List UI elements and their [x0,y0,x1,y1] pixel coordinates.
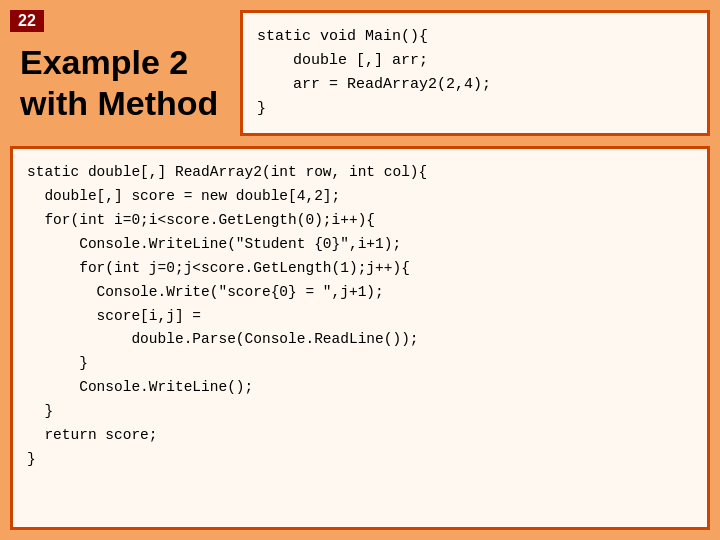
bottom-code-block: static double[,] ReadArray2(int row, int… [10,146,710,530]
title-area: 22 Example 2 with Method [10,10,230,136]
top-section: 22 Example 2 with Method static void Mai… [0,0,720,136]
slide-number: 22 [10,10,44,32]
top-code-block: static void Main(){ double [,] arr; arr … [240,10,710,136]
slide-container: 22 Example 2 with Method static void Mai… [0,0,720,540]
slide-title: Example 2 with Method [20,42,220,124]
